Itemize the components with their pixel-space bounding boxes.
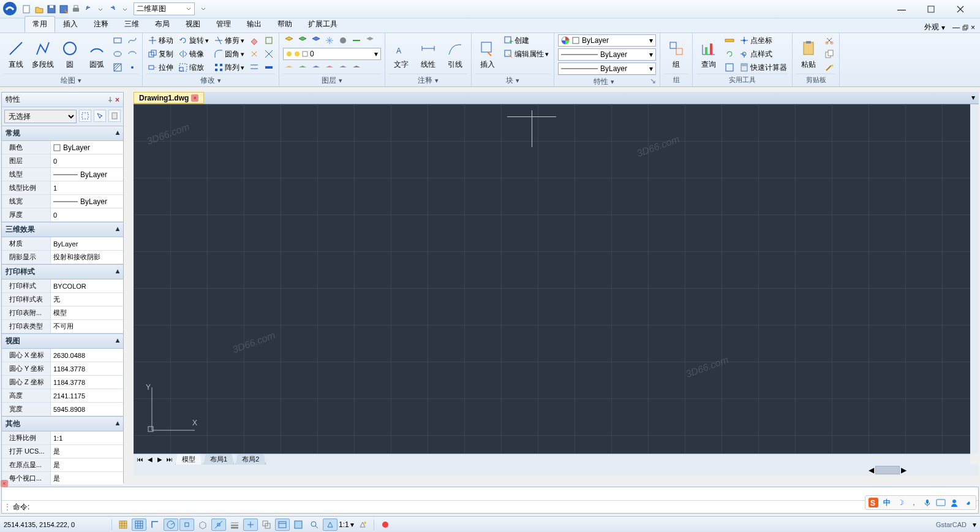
- hatch-button[interactable]: [111, 61, 124, 74]
- group-button[interactable]: 组: [664, 34, 688, 74]
- stretch-button[interactable]: 拉伸: [146, 61, 175, 74]
- magnifier-icon[interactable]: [307, 519, 322, 531]
- selection-dropdown[interactable]: 无选择: [4, 110, 77, 123]
- layer-walk-button[interactable]: [323, 61, 336, 74]
- cut-button[interactable]: [823, 34, 835, 47]
- layer-iso-button[interactable]: [310, 34, 322, 47]
- status-coordinates[interactable]: 2514.4135, 2154.222, 0: [4, 521, 108, 528]
- mdi-restore-icon[interactable]: [962, 25, 968, 31]
- ime-logo-icon[interactable]: S: [868, 497, 879, 508]
- dynamic-input-icon[interactable]: [243, 519, 258, 531]
- annotation-scale-icon[interactable]: [323, 519, 337, 531]
- linetype-dropdown[interactable]: ByLayer▾: [558, 48, 656, 61]
- measure-button[interactable]: [723, 34, 736, 47]
- tab-output[interactable]: 输出: [239, 16, 270, 32]
- ellipse-button[interactable]: [111, 48, 124, 60]
- section-plot[interactable]: 打印样式▴: [2, 264, 123, 279]
- layout-tab-model[interactable]: 模型: [175, 454, 202, 465]
- spline-button[interactable]: [126, 34, 138, 47]
- pin-icon[interactable]: [107, 96, 114, 104]
- ime-wrench-icon[interactable]: [962, 497, 973, 508]
- tab-extension[interactable]: 扩展工具: [300, 16, 345, 32]
- layout-prev-icon[interactable]: ◀: [146, 455, 154, 464]
- tab-insert[interactable]: 插入: [55, 16, 86, 32]
- ime-toolbar[interactable]: S 中 ☽ ，: [865, 495, 976, 510]
- copyclip-button[interactable]: [823, 48, 835, 60]
- polyline-button[interactable]: 多段线: [31, 34, 55, 74]
- quick-calc-icon[interactable]: [108, 110, 121, 122]
- qat-more-icon[interactable]: [198, 4, 209, 15]
- command-history[interactable]: [2, 487, 978, 501]
- redo-dropdown-icon[interactable]: [119, 4, 130, 15]
- layer-off-button[interactable]: [337, 34, 349, 47]
- layer-selector[interactable]: 0 ▾: [283, 48, 381, 60]
- section-view[interactable]: 视图▴: [2, 333, 123, 349]
- ime-moon-icon[interactable]: ☽: [895, 497, 906, 508]
- document-tab[interactable]: Drawing1.dwg ×: [134, 92, 204, 104]
- maximize-button[interactable]: [919, 2, 943, 17]
- section-3d[interactable]: 三维效果▴: [2, 222, 123, 237]
- block-create-button[interactable]: +创建: [502, 34, 550, 47]
- modify-misc3[interactable]: [263, 61, 275, 74]
- explode-button[interactable]: [248, 48, 260, 60]
- panel-modify-title[interactable]: 修改 ▾: [146, 74, 275, 87]
- layer-freeze-button[interactable]: [323, 34, 336, 47]
- select-objects-icon[interactable]: [94, 110, 106, 122]
- matchprop-button[interactable]: [823, 61, 835, 74]
- status-dropdown-icon[interactable]: ▾: [973, 520, 976, 529]
- section-other[interactable]: 其他▴: [2, 416, 123, 431]
- offset-button[interactable]: [248, 61, 260, 74]
- cycling-icon[interactable]: [259, 519, 274, 531]
- tab-help[interactable]: 帮助: [270, 16, 300, 32]
- layer-merge-button[interactable]: [337, 61, 349, 74]
- ellipsearc-button[interactable]: [126, 48, 138, 60]
- otrack-mode-icon[interactable]: [211, 519, 226, 531]
- grid-mode-icon[interactable]: [132, 519, 146, 531]
- layer-uniso-button[interactable]: [310, 61, 322, 74]
- color-dropdown[interactable]: ByLayer▾: [558, 34, 656, 47]
- tab-3d[interactable]: 三维: [116, 16, 147, 32]
- panel-layer-title[interactable]: 图层 ▾: [283, 74, 381, 87]
- undo-dropdown-icon[interactable]: [95, 4, 106, 15]
- app-icon[interactable]: [2, 1, 18, 17]
- tab-manage[interactable]: 管理: [208, 16, 239, 32]
- rectangle-button[interactable]: [111, 34, 124, 47]
- osnap-mode-icon[interactable]: [179, 519, 194, 531]
- ime-mic-icon[interactable]: [922, 497, 933, 508]
- horizontal-scrollbar[interactable]: ◀▶: [134, 465, 979, 476]
- close-button[interactable]: [948, 2, 973, 17]
- query-button[interactable]: 查询: [696, 34, 721, 74]
- layer-states-button[interactable]: [296, 34, 309, 47]
- text-button[interactable]: A文字: [389, 34, 413, 74]
- ime-keyboard-icon[interactable]: [935, 497, 946, 508]
- mdi-minimize-icon[interactable]: —: [952, 23, 960, 32]
- modify-misc1[interactable]: [263, 34, 275, 47]
- workspace-dropdown[interactable]: 二维草图: [134, 2, 195, 15]
- annotation-visibility-icon[interactable]: [355, 519, 370, 531]
- annotation-scale-value[interactable]: 1:1: [339, 520, 349, 529]
- undo-icon[interactable]: [83, 4, 94, 15]
- scale-button[interactable]: 缩放: [177, 61, 210, 74]
- layout-next-icon[interactable]: ▶: [156, 455, 164, 464]
- erase-button[interactable]: [248, 34, 260, 47]
- layout-tab-2[interactable]: 布局2: [235, 454, 266, 465]
- layer-prop-button[interactable]: [283, 34, 295, 47]
- quick-props-icon[interactable]: [275, 519, 290, 531]
- arc-button[interactable]: 圆弧: [85, 34, 109, 74]
- move-button[interactable]: 移动: [146, 34, 175, 47]
- cmd-handle-icon[interactable]: ⋮: [4, 503, 10, 511]
- ime-lang-icon[interactable]: 中: [881, 497, 892, 508]
- tab-annotate[interactable]: 注释: [86, 16, 116, 32]
- appearance-label[interactable]: 外观: [924, 22, 939, 32]
- model-space-icon[interactable]: [291, 519, 306, 531]
- block-insert-button[interactable]: 插入: [475, 34, 500, 74]
- print-icon[interactable]: [70, 4, 81, 15]
- fillet-button[interactable]: 圆角 ▾: [213, 48, 246, 60]
- ortho-mode-icon[interactable]: [148, 519, 162, 531]
- pcoord-button[interactable]: 点坐标: [738, 34, 788, 47]
- drawing-canvas[interactable]: Y X 3D66.com 3D66.com 3D66.com 3D66.com: [134, 104, 970, 454]
- panel-block-title[interactable]: 块 ▾: [475, 74, 550, 87]
- utility-misc-button[interactable]: [723, 61, 736, 74]
- quick-select-icon[interactable]: [79, 110, 91, 122]
- new-icon[interactable]: [21, 4, 32, 15]
